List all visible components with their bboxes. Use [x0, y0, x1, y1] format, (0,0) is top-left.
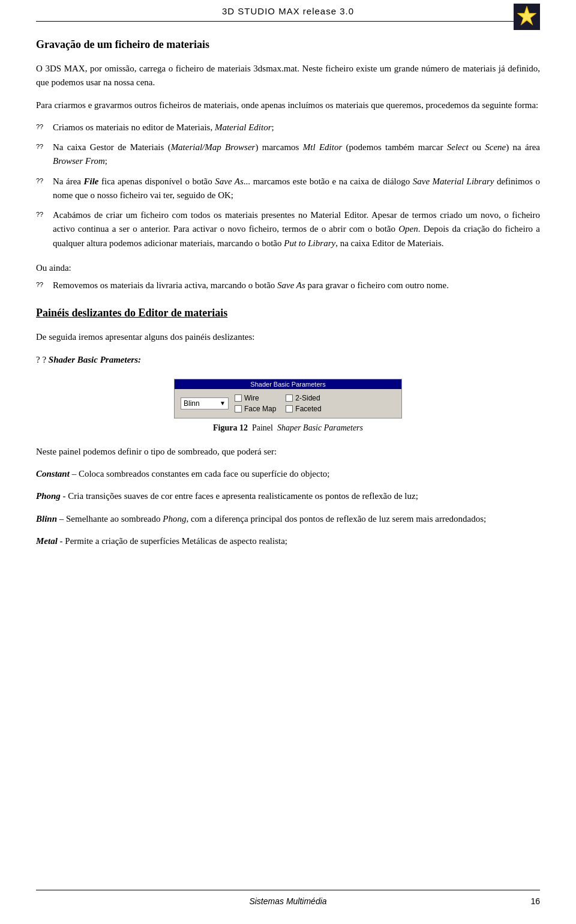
section1-title: Gravação de um ficheiro de materiais [36, 38, 540, 51]
wire-label: Wire [244, 394, 259, 402]
subsection-label: ? ? Shader Basic Prameters: [36, 353, 540, 367]
bullet-content: Criamos os materiais no editor de Materi… [53, 121, 540, 134]
wire-checkbox[interactable] [235, 394, 242, 402]
facemap-label: Face Map [244, 405, 276, 413]
bullet-mark: ?? [36, 140, 53, 169]
page-header: 3D STUDIO MAX release 3.0 [36, 0, 540, 22]
checkbox-facemap: Face Map [235, 405, 276, 413]
faceted-label: Faceted [295, 405, 321, 413]
section2-title: Painéis deslizantes do Editor de materia… [36, 307, 540, 319]
footer-center-text: Sistemas Multimédia [36, 896, 540, 906]
two-sided-checkbox[interactable] [286, 394, 293, 402]
section2-desc: Neste painel podemos definir o tipo de s… [36, 445, 540, 459]
page-container: 3D STUDIO MAX release 3.0 Gravação de um… [0, 0, 576, 924]
shader-panel-body: Blinn ▼ Wire 2-Sided [175, 389, 401, 418]
bullet-content: Acabámos de criar um ficheiro com todos … [53, 208, 540, 250]
shader-dropdown[interactable]: Blinn ▼ [181, 397, 229, 409]
bullet-content: Na caixa Gestor de Materiais (Material/M… [53, 140, 540, 169]
two-sided-label: 2-Sided [295, 394, 320, 402]
checkbox-2sided: 2-Sided [286, 394, 327, 402]
checkbox-faceted: Faceted [286, 405, 327, 413]
content-main: Gravação de um ficheiro de materiais O 3… [36, 38, 540, 605]
shade-type-constant: Constant – Coloca sombreados constantes … [36, 467, 540, 481]
shader-panel-titlebar: Shader Basic Parameters [175, 379, 401, 389]
section1-para1: O 3DS MAX, por omissão, carrega o fichei… [36, 62, 540, 90]
figure-caption-text: Painel [250, 423, 275, 432]
shade-type-blinn: Blinn – Semelhante ao sombreado Phong, c… [36, 512, 540, 526]
list-item: ?? Na área File fica apenas disponível o… [36, 175, 540, 203]
figure-caption: Figura 12 Painel Shaper Basic Parameters [213, 423, 363, 433]
shader-checkboxes: Wire 2-Sided Face Map [235, 394, 328, 413]
subsection-title: Shader Basic Prameters: [49, 355, 141, 364]
header-title: 3D STUDIO MAX release 3.0 [222, 6, 354, 16]
faceted-checkbox[interactable] [286, 405, 293, 412]
list-item: ?? Criamos os materiais no editor de Mat… [36, 121, 540, 134]
bullet-mark: ?? [36, 279, 53, 292]
checkbox-wire: Wire [235, 394, 276, 402]
dropdown-arrow-icon: ▼ [220, 400, 226, 406]
figure-label: Figura 12 [213, 423, 248, 432]
figure-container: Shader Basic Parameters Blinn ▼ Wire [162, 379, 414, 433]
header-logo [514, 4, 540, 30]
dropdown-value: Blinn [184, 399, 200, 408]
section1-para2: Para criarmos e gravarmos outros ficheir… [36, 98, 540, 112]
bullet-content: Na área File fica apenas disponível o bo… [53, 175, 540, 203]
page-number: 16 [530, 896, 540, 906]
list-item: ?? Acabámos de criar um ficheiro com tod… [36, 208, 540, 250]
page-footer: Sistemas Multimédia 16 [36, 890, 540, 912]
shade-type-phong: Phong - Cria transições suaves de cor en… [36, 489, 540, 503]
bullet-content: Removemos os materiais da livraria activ… [53, 279, 540, 292]
bullet-mark: ?? [36, 175, 53, 203]
ou-ainda-label: Ou ainda: [36, 261, 540, 275]
shader-panel: Shader Basic Parameters Blinn ▼ Wire [174, 379, 402, 418]
bullet-mark: ?? [36, 121, 53, 134]
section2-intro: De seguida iremos apresentar alguns dos … [36, 330, 540, 344]
facemap-checkbox[interactable] [235, 405, 242, 412]
list-item: ?? Na caixa Gestor de Materiais (Materia… [36, 140, 540, 169]
list-item: ?? Removemos os materiais da livraria ac… [36, 279, 540, 292]
figure-caption-italic: Shaper Basic Parameters [277, 423, 363, 432]
bullet-mark: ?? [36, 208, 53, 250]
shade-type-metal: Metal - Permite a criação de superfícies… [36, 534, 540, 548]
